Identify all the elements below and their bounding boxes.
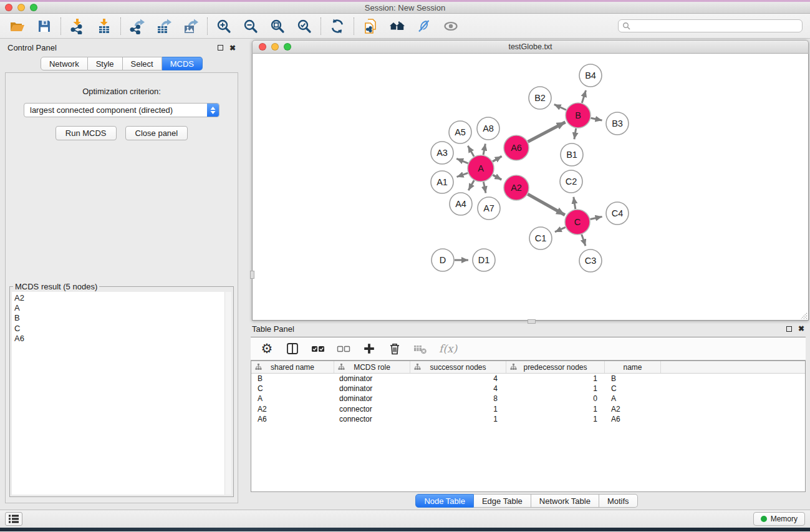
delete-table-button[interactable] — [413, 341, 427, 356]
import-network-button[interactable] — [69, 17, 86, 35]
import-table-button[interactable] — [95, 17, 113, 35]
table-cell[interactable]: 8 — [410, 394, 506, 403]
edge-A6-B[interactable] — [528, 122, 566, 142]
table-cell[interactable]: A2 — [251, 405, 334, 414]
edge-A-A1[interactable] — [457, 173, 468, 177]
close-panel-icon[interactable]: ✖ — [229, 45, 236, 51]
home-layout-button[interactable] — [388, 17, 406, 35]
table-cell[interactable]: connector — [334, 405, 410, 414]
table-cell[interactable]: 1 — [506, 374, 605, 383]
mcds-result-item[interactable]: C — [14, 324, 224, 334]
node-A6[interactable]: A6 — [504, 135, 529, 160]
table-cell[interactable]: 0 — [506, 394, 605, 403]
table-cell[interactable]: 1 — [506, 405, 605, 414]
edge-C-C2[interactable] — [574, 197, 576, 210]
node-B2[interactable]: B2 — [529, 87, 551, 109]
edge-A-A3[interactable] — [456, 158, 468, 163]
node-A7[interactable]: A7 — [478, 197, 500, 220]
run-mcds-button[interactable]: Run MCDS — [55, 126, 117, 140]
task-history-button[interactable] — [5, 512, 22, 526]
node-A2[interactable]: A2 — [504, 175, 529, 200]
table-cell[interactable]: 1 — [506, 415, 605, 423]
table-row[interactable]: Bdominator41B — [251, 374, 805, 384]
network-canvas[interactable]: AA1A2A3A4A5A6A7A8BB1B2B3B4CC1C2C3C4DD1 — [252, 54, 809, 321]
float-table-panel-icon[interactable] — [786, 326, 792, 332]
deselect-all-rows-button[interactable] — [337, 341, 350, 356]
table-settings-button[interactable]: ⚙ — [260, 341, 274, 356]
function-builder-button[interactable]: f(x) — [439, 341, 457, 356]
tab-style[interactable]: Style — [88, 57, 123, 70]
table-cell[interactable]: 4 — [410, 374, 506, 383]
node-C2[interactable]: C2 — [560, 170, 582, 193]
edge-B-B2[interactable] — [554, 104, 566, 110]
tab-network[interactable]: Network — [41, 57, 88, 70]
table-cell[interactable]: dominator — [334, 374, 410, 383]
node-D1[interactable]: D1 — [473, 249, 495, 271]
zoom-out-button[interactable] — [242, 17, 259, 35]
column-header-shared-name[interactable]: shared name — [251, 361, 334, 373]
node-C3[interactable]: C3 — [579, 249, 602, 272]
table-cell[interactable]: 1 — [506, 384, 605, 393]
mcds-result-list[interactable]: A2ABCA6 — [12, 292, 224, 495]
table-cell[interactable]: dominator — [334, 394, 410, 403]
node-B1[interactable]: B1 — [561, 143, 583, 166]
table-row[interactable]: A2connector11A2 — [251, 404, 805, 414]
column-header-predecessor-nodes[interactable]: predecessor nodes — [506, 361, 605, 373]
table-cell[interactable]: A6 — [251, 415, 334, 423]
open-file-button[interactable] — [9, 17, 26, 35]
zoom-selected-button[interactable] — [296, 17, 313, 35]
edge-A-A2[interactable] — [493, 175, 501, 180]
split-divider-handle[interactable] — [250, 271, 254, 279]
mcds-list-scrollbar[interactable] — [224, 292, 231, 495]
table-row[interactable]: Cdominator41C — [251, 384, 805, 394]
edge-B-B1[interactable] — [574, 128, 576, 140]
mcds-result-item[interactable]: A6 — [14, 334, 224, 344]
toggle-graphics-details-button[interactable] — [442, 17, 460, 35]
node-B[interactable]: B — [566, 103, 591, 128]
table-cell[interactable]: C — [605, 384, 661, 393]
table-cell[interactable]: dominator — [334, 384, 410, 393]
node-C1[interactable]: C1 — [529, 227, 552, 249]
node-B3[interactable]: B3 — [606, 112, 629, 135]
resize-grip-icon[interactable] — [799, 311, 808, 319]
table-cell[interactable]: C — [251, 384, 334, 393]
edge-B-B3[interactable] — [591, 118, 602, 120]
search-input[interactable] — [633, 22, 798, 31]
select-all-rows-button[interactable] — [311, 341, 325, 356]
node-A[interactable]: A — [468, 155, 494, 181]
edge-C-C3[interactable] — [582, 235, 586, 246]
table-cell[interactable]: 4 — [410, 384, 506, 393]
mcds-result-item[interactable]: A2 — [14, 293, 224, 303]
table-cell[interactable]: B — [605, 374, 661, 383]
table-cell[interactable]: connector — [334, 415, 410, 423]
export-network-button[interactable] — [128, 17, 146, 35]
split-divider-handle[interactable] — [528, 319, 536, 324]
node-A4[interactable]: A4 — [450, 193, 472, 215]
table-cell[interactable]: A — [251, 394, 334, 403]
close-panel-button[interactable]: Close panel — [125, 126, 188, 140]
memory-button[interactable]: Memory — [753, 512, 805, 526]
edge-B-B4[interactable] — [582, 90, 586, 103]
save-session-button[interactable] — [36, 17, 53, 35]
node-A3[interactable]: A3 — [431, 142, 453, 164]
node-B4[interactable]: B4 — [579, 64, 602, 87]
close-table-panel-icon[interactable]: ✖ — [798, 326, 804, 332]
table-row[interactable]: Adominator80A — [251, 394, 805, 404]
table-cell[interactable]: A2 — [605, 405, 661, 414]
node-A8[interactable]: A8 — [477, 117, 499, 140]
tab-motifs[interactable]: Motifs — [599, 494, 638, 508]
node-A1[interactable]: A1 — [431, 171, 453, 193]
search-box[interactable] — [618, 19, 803, 32]
edge-A-A6[interactable] — [493, 157, 502, 162]
edge-C-C4[interactable] — [591, 216, 602, 219]
edge-A-A8[interactable] — [483, 144, 485, 155]
tab-edge-table[interactable]: Edge Table — [474, 494, 531, 508]
column-header-name[interactable]: name — [605, 361, 661, 373]
criterion-select[interactable]: largest connected component (directed) — [24, 103, 219, 117]
node-D[interactable]: D — [432, 249, 454, 271]
edge-A-A4[interactable] — [468, 180, 474, 190]
network-snapshot-button[interactable] — [362, 17, 379, 35]
table-cell[interactable]: 1 — [410, 405, 506, 414]
column-header-MCDS-role[interactable]: MCDS role — [334, 361, 410, 373]
column-header-successor-nodes[interactable]: successor nodes — [410, 361, 506, 373]
